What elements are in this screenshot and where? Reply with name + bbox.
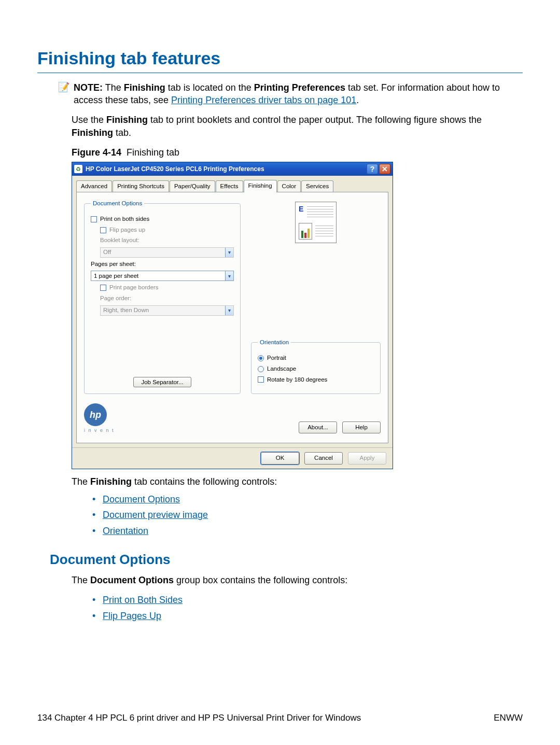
tab-printing-shortcuts[interactable]: Printing Shortcuts [113, 180, 169, 193]
flip-pages-up-checkbox[interactable] [100, 227, 106, 233]
tab-effects[interactable]: Effects [216, 180, 243, 193]
doc-options-list: Print on Both Sides Flip Pages Up [92, 594, 523, 622]
dialog-title: HP Color LaserJet CP4520 Series PCL6 Pri… [86, 165, 366, 173]
link-document-preview-image[interactable]: Document preview image [103, 510, 208, 520]
booklet-layout-select[interactable]: Off ▾ [100, 247, 234, 258]
footer-left: 134 Chapter 4 HP PCL 6 print driver and … [37, 712, 361, 724]
document-preview: E [295, 202, 337, 243]
landscape-radio[interactable] [258, 366, 264, 372]
print-page-borders-label: Print page borders [109, 284, 159, 292]
link-document-options[interactable]: Document Options [103, 494, 180, 504]
about-button[interactable]: About... [299, 421, 337, 434]
note-icon: 📝 [58, 82, 69, 92]
job-separator-button[interactable]: Job Separator... [133, 377, 191, 387]
tab-services[interactable]: Services [301, 180, 333, 193]
page-order-label: Page order: [100, 294, 131, 303]
portrait-label: Portrait [267, 354, 286, 362]
chevron-down-icon: ▾ [225, 306, 233, 315]
orientation-group: Orientation Portrait Landscape Rotate by… [251, 339, 381, 394]
tab-strip: Advanced Printing Shortcuts Paper/Qualit… [76, 180, 388, 192]
orientation-legend: Orientation [258, 339, 291, 347]
section-document-options: Document Options [50, 551, 523, 569]
apply-button[interactable]: Apply [348, 452, 386, 465]
booklet-layout-label: Booklet layout: [100, 236, 139, 245]
app-icon: ♻ [74, 165, 82, 173]
hp-invent-text: i n v e n t [84, 427, 115, 433]
document-options-group: Document Options Print on both sides Fli… [84, 200, 241, 394]
intro-paragraph: Use the Finishing tab to print booklets … [72, 114, 523, 139]
landscape-label: Landscape [267, 365, 296, 373]
help-button[interactable]: Help [342, 421, 381, 434]
note-link[interactable]: Printing Preferences driver tabs on page… [171, 95, 356, 105]
controls-intro: The Finishing tab contains the following… [72, 475, 523, 488]
page-title: Finishing tab features [37, 47, 523, 73]
tab-color[interactable]: Color [277, 180, 301, 193]
pages-per-sheet-label: Pages per sheet: [91, 260, 136, 269]
figure-caption: Figure 4-14 Finishing tab [72, 146, 523, 159]
link-print-on-both-sides[interactable]: Print on Both Sides [103, 595, 183, 605]
titlebar: ♻ HP Color LaserJet CP4520 Series PCL6 P… [72, 162, 393, 176]
note-block: 📝 NOTE: The Finishing tab is located on … [58, 81, 523, 107]
tab-finishing[interactable]: Finishing [244, 180, 277, 192]
help-icon[interactable]: ? [367, 164, 378, 174]
flip-pages-up-label: Flip pages up [109, 226, 145, 234]
tab-advanced[interactable]: Advanced [76, 180, 112, 193]
rotate-180-label: Rotate by 180 degrees [267, 376, 327, 384]
page-footer: 134 Chapter 4 HP PCL 6 print driver and … [37, 712, 523, 724]
link-flip-pages-up[interactable]: Flip Pages Up [103, 611, 161, 621]
ok-button[interactable]: OK [261, 452, 299, 465]
rotate-180-checkbox[interactable] [258, 376, 264, 383]
hp-logo-block: hp i n v e n t [84, 403, 115, 433]
note-text: NOTE: The Finishing tab is located on th… [74, 81, 523, 107]
controls-list: Document Options Document preview image … [92, 493, 523, 537]
doc-options-intro: The Document Options group box contains … [72, 574, 523, 586]
page-order-select[interactable]: Right, then Down ▾ [100, 305, 234, 316]
note-label: NOTE: [74, 82, 103, 93]
tab-paper-quality[interactable]: Paper/Quality [170, 180, 215, 193]
close-icon[interactable]: ✕ [379, 164, 390, 174]
pages-per-sheet-select[interactable]: 1 page per sheet ▾ [91, 271, 234, 281]
footer-right: ENWW [494, 712, 523, 724]
chevron-down-icon: ▾ [225, 271, 233, 280]
hp-logo-icon: hp [84, 403, 107, 426]
document-options-legend: Document Options [91, 200, 144, 208]
print-page-borders-checkbox[interactable] [100, 285, 106, 291]
cancel-button[interactable]: Cancel [304, 452, 343, 465]
print-both-sides-label: Print on both sides [100, 215, 149, 223]
chevron-down-icon: ▾ [225, 248, 233, 257]
link-orientation[interactable]: Orientation [103, 526, 148, 536]
finishing-panel: Document Options Print on both sides Fli… [76, 192, 388, 443]
printing-preferences-dialog: ♻ HP Color LaserJet CP4520 Series PCL6 P… [72, 162, 393, 469]
print-both-sides-checkbox[interactable] [91, 216, 97, 222]
portrait-radio[interactable] [258, 355, 264, 361]
dialog-footer: OK Cancel Apply [72, 447, 393, 469]
preview-letter: E [299, 204, 303, 214]
